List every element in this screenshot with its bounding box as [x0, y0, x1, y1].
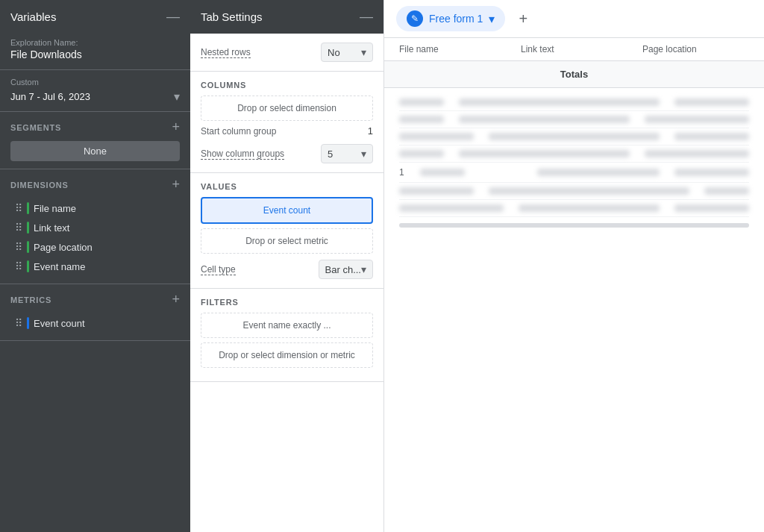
cell-type-select[interactable]: Bar ch... ▾: [319, 260, 373, 279]
filter-drop-box[interactable]: Drop or select dimension or metric: [201, 342, 373, 368]
table-header-row: File name Link text Page location: [384, 38, 764, 61]
metrics-add-icon[interactable]: +: [172, 292, 180, 307]
blurred-cell: [489, 133, 660, 140]
drag-handle-icon: ⠿: [15, 241, 22, 253]
blurred-cell: [704, 187, 749, 195]
drag-handle-icon: ⠿: [15, 260, 22, 272]
segments-section: SEGMENTS + None: [0, 112, 190, 169]
dimension-item-linktext[interactable]: ⠿ Link text: [10, 218, 180, 237]
blurred-cell: [645, 150, 749, 157]
variables-panel: Variables — Exploration Name: File Downl…: [0, 0, 190, 532]
dimension-item-filename[interactable]: ⠿ File name: [10, 198, 180, 218]
blurred-cell: [459, 98, 660, 106]
col-header-linktext: Link text: [521, 44, 627, 54]
show-column-groups-value: 5: [328, 148, 333, 160]
columns-section: COLUMNS Drop or select dimension Start c…: [190, 72, 383, 173]
values-heading: VALUES: [201, 182, 373, 191]
main-panel: ✎ Free form 1 ▾ + File name Link text Pa…: [384, 0, 764, 532]
dimension-item-eventname[interactable]: ⠿ Event name: [10, 257, 180, 276]
metric-label: Event count: [34, 318, 85, 329]
nested-rows-select[interactable]: No ▾: [321, 43, 373, 62]
blurred-cell: [519, 204, 660, 212]
tab-chevron-icon: ▾: [489, 12, 495, 26]
start-column-label: Start column group: [201, 126, 276, 137]
pencil-icon: ✎: [407, 10, 423, 27]
drag-handle-icon: ⠿: [15, 202, 22, 214]
table-row: [399, 183, 749, 200]
start-column-value: 1: [368, 125, 373, 137]
col-header-pagelocation: Page location: [642, 44, 749, 54]
dimension-label: Page location: [34, 242, 93, 253]
columns-drop-box[interactable]: Drop or select dimension: [201, 96, 373, 121]
exploration-name-label: Exploration Name:: [10, 38, 180, 47]
tab-settings-title: Tab Settings: [201, 10, 263, 23]
row-number: 1: [399, 167, 414, 178]
table-row: [399, 94, 749, 111]
drag-handle-icon: ⠿: [15, 222, 22, 234]
blurred-cell: [674, 98, 749, 106]
values-section: VALUES Event count Drop or select metric…: [190, 173, 383, 289]
cell-type-row: Cell type Bar ch... ▾: [201, 260, 373, 279]
color-bar: [27, 317, 29, 329]
date-range-text: Jun 7 - Jul 6, 2023: [10, 91, 90, 102]
show-column-groups-row: Show column groups 5 ▾: [201, 144, 373, 163]
tab-label: Free form 1: [429, 13, 483, 25]
main-toolbar: ✎ Free form 1 ▾ +: [384, 0, 764, 38]
col-header-filename: File name: [399, 44, 506, 54]
dimension-label: Event name: [34, 261, 85, 272]
tab-settings-panel: Tab Settings — Nested rows No ▾ COLUMNS …: [190, 0, 384, 532]
variables-collapse-icon[interactable]: —: [166, 9, 180, 25]
tab-settings-collapse-icon[interactable]: —: [360, 9, 373, 25]
table-row: [399, 145, 749, 163]
metrics-section: METRICS + ⠿ Event count: [0, 284, 190, 341]
blurred-cell: [489, 187, 689, 195]
drop-metric-box[interactable]: Drop or select metric: [201, 228, 373, 254]
add-tab-button[interactable]: +: [511, 7, 535, 31]
filter-event-name-box[interactable]: Event name exactly ...: [201, 313, 373, 338]
segments-add-icon[interactable]: +: [172, 119, 180, 135]
segments-header: SEGMENTS +: [10, 119, 180, 135]
blurred-cell: [645, 116, 749, 123]
blurred-cell: [459, 116, 630, 123]
table-row: [399, 128, 749, 145]
table-body: Totals: [384, 61, 764, 532]
totals-row: Totals: [384, 61, 764, 88]
segments-title: SEGMENTS: [10, 123, 61, 132]
free-form-tab[interactable]: ✎ Free form 1 ▾: [396, 6, 505, 31]
color-bar: [27, 202, 29, 214]
blurred-cell: [399, 133, 474, 140]
dimensions-section: DIMENSIONS + ⠿ File name ⠿ Link text ⠿ P…: [0, 169, 190, 284]
color-bar: [27, 241, 29, 253]
nested-rows-row: Nested rows No ▾: [201, 43, 373, 62]
event-count-drop-box[interactable]: Event count: [201, 197, 373, 224]
horizontal-scrollbar[interactable]: [399, 223, 749, 228]
blurred-cell: [399, 150, 444, 157]
totals-label: Totals: [560, 69, 588, 80]
blurred-cell: [674, 204, 749, 212]
dimensions-header: DIMENSIONS +: [10, 177, 180, 193]
nested-rows-label: Nested rows: [201, 47, 251, 58]
dimension-label: Link text: [34, 222, 69, 234]
metric-item-eventcount[interactable]: ⠿ Event count: [10, 313, 180, 333]
blurred-cell: [674, 133, 749, 140]
tab-settings-panel-header: Tab Settings —: [190, 0, 383, 34]
blurred-data-area: 1: [384, 88, 764, 223]
filters-section: FILTERS Event name exactly ... Drop or s…: [190, 289, 383, 382]
blurred-cell: [399, 98, 444, 106]
segment-none-button[interactable]: None: [10, 141, 180, 161]
date-range-selector[interactable]: Jun 7 - Jul 6, 2023 ▾: [10, 90, 180, 104]
dimensions-add-icon[interactable]: +: [172, 177, 180, 193]
dimension-label: File name: [34, 203, 76, 214]
columns-heading: COLUMNS: [201, 81, 373, 90]
date-range-chevron-icon: ▾: [174, 90, 180, 104]
blurred-cell: [674, 169, 749, 176]
table-row: 1: [399, 163, 749, 183]
show-column-groups-chevron-icon: ▾: [361, 148, 366, 160]
cell-type-chevron-icon: ▾: [361, 263, 366, 275]
blurred-cell: [399, 204, 504, 212]
filters-heading: FILTERS: [201, 298, 373, 307]
dimension-item-pagelocation[interactable]: ⠿ Page location: [10, 237, 180, 257]
cell-type-value: Bar ch...: [325, 264, 361, 275]
table-row: [399, 200, 749, 217]
show-column-groups-select[interactable]: 5 ▾: [321, 144, 373, 163]
